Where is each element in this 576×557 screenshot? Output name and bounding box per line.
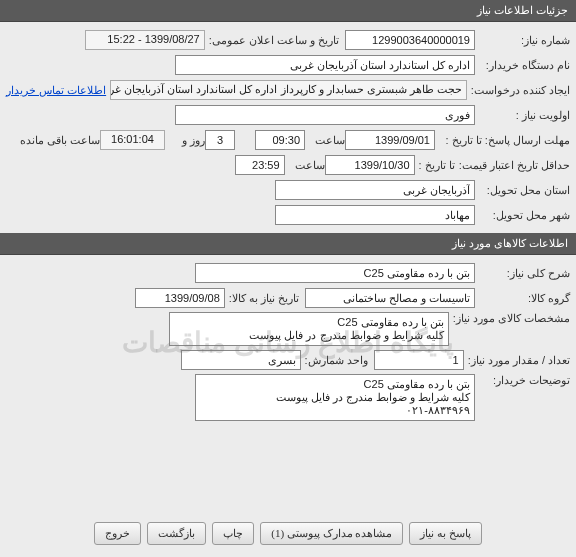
priority-field[interactable] bbox=[175, 105, 475, 125]
unit-label: واحد شمارش: bbox=[301, 354, 368, 367]
province-label: استان محل تحویل: bbox=[475, 184, 570, 197]
goods-form: پایگاه اطلاع رسانی مناقصات شرح کلی نیاز:… bbox=[0, 255, 576, 428]
bottom-toolbar: پاسخ به نیاز مشاهده مدارک پیوستی (1) چاپ… bbox=[0, 516, 576, 551]
days-field[interactable] bbox=[205, 130, 235, 150]
announce-value: 1399/08/27 - 15:22 bbox=[85, 30, 205, 50]
reply-button[interactable]: پاسخ به نیاز bbox=[409, 522, 482, 545]
announce-label: تاریخ و ساعت اعلان عمومی: bbox=[205, 34, 339, 47]
group-field[interactable] bbox=[305, 288, 475, 308]
days-label: روز و bbox=[165, 134, 205, 147]
province-field[interactable] bbox=[275, 180, 475, 200]
qty-field[interactable] bbox=[374, 350, 464, 370]
validity-label2: تا تاریخ : bbox=[415, 159, 455, 172]
need-number-field[interactable] bbox=[345, 30, 475, 50]
countdown-value: 16:01:04 bbox=[100, 130, 165, 150]
buyer-contact-link[interactable]: اطلاعات تماس خریدار bbox=[6, 84, 106, 97]
deadline-label: مهلت ارسال پاسخ: تا تاریخ : bbox=[435, 134, 570, 147]
back-button[interactable]: بازگشت bbox=[147, 522, 206, 545]
validity-date-field[interactable] bbox=[325, 155, 415, 175]
need-details-form: شماره نیاز: تاریخ و ساعت اعلان عمومی: 13… bbox=[0, 22, 576, 233]
deadline-date-field[interactable] bbox=[345, 130, 435, 150]
validity-time-field[interactable] bbox=[235, 155, 285, 175]
validity-label: حداقل تاریخ اعتبار قیمت: bbox=[455, 159, 570, 172]
saat-label-1: ساعت bbox=[305, 134, 345, 147]
group-label: گروه کالا: bbox=[475, 292, 570, 305]
spec-field[interactable]: بتن با رده مقاومتی C25 کلیه شرایط و ضواب… bbox=[169, 312, 449, 346]
need-number-label: شماره نیاز: bbox=[475, 34, 570, 47]
buyer-org-field[interactable] bbox=[175, 55, 475, 75]
city-label: شهر محل تحویل: bbox=[475, 209, 570, 222]
view-attachments-button[interactable]: مشاهده مدارک پیوستی (1) bbox=[260, 522, 403, 545]
unit-field[interactable] bbox=[181, 350, 301, 370]
buyer-org-label: نام دستگاه خریدار: bbox=[475, 59, 570, 72]
city-field[interactable] bbox=[275, 205, 475, 225]
deadline-time-field[interactable] bbox=[255, 130, 305, 150]
desc-field[interactable] bbox=[195, 263, 475, 283]
creator-value: حجت طاهر شبستری حسابدار و کارپرداز اداره… bbox=[110, 80, 467, 100]
saat-label-2: ساعت bbox=[285, 159, 325, 172]
qty-label: تعداد / مقدار مورد نیاز: bbox=[464, 354, 570, 367]
priority-label: اولویت نیاز : bbox=[475, 109, 570, 122]
buyer-note-label: توضیحات خریدار: bbox=[475, 374, 570, 387]
section-header-need-details: جزئیات اطلاعات نیاز bbox=[0, 0, 576, 22]
need-by-field[interactable] bbox=[135, 288, 225, 308]
need-by-label: تاریخ نیاز به کالا: bbox=[225, 292, 299, 305]
creator-label: ایجاد کننده درخواست: bbox=[467, 84, 570, 97]
remain-label: ساعت باقی مانده bbox=[16, 134, 100, 147]
spec-label: مشخصات کالای مورد نیاز: bbox=[449, 312, 570, 325]
print-button[interactable]: چاپ bbox=[212, 522, 254, 545]
section-header-goods: اطلاعات کالاهای مورد نیاز bbox=[0, 233, 576, 255]
exit-button[interactable]: خروج bbox=[94, 522, 141, 545]
desc-label: شرح کلی نیاز: bbox=[475, 267, 570, 280]
buyer-note-field[interactable]: بتن با رده مقاومتی C25 کلیه شرایط و ضواب… bbox=[195, 374, 475, 421]
